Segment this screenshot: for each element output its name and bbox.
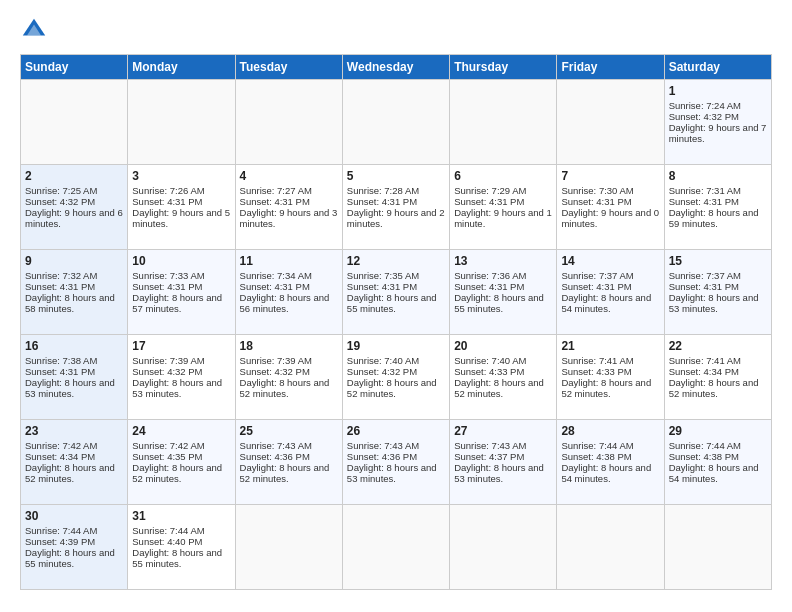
sunrise-text: Sunrise: 7:33 AM [132, 270, 204, 281]
calendar-page: Sunday Monday Tuesday Wednesday Thursday… [0, 0, 792, 612]
sunset-text: Sunset: 4:31 PM [454, 196, 524, 207]
sunset-text: Sunset: 4:31 PM [240, 196, 310, 207]
sunrise-text: Sunrise: 7:34 AM [240, 270, 312, 281]
sunrise-text: Sunrise: 7:24 AM [669, 100, 741, 111]
sunset-text: Sunset: 4:31 PM [454, 281, 524, 292]
calendar-cell: 22Sunrise: 7:41 AMSunset: 4:34 PMDayligh… [664, 335, 771, 420]
sunset-text: Sunset: 4:31 PM [669, 196, 739, 207]
sunrise-text: Sunrise: 7:41 AM [669, 355, 741, 366]
daylight-text: Daylight: 9 hours and 7 minutes. [669, 122, 767, 144]
sunrise-text: Sunrise: 7:43 AM [240, 440, 312, 451]
daylight-text: Daylight: 8 hours and 53 minutes. [25, 377, 115, 399]
calendar-cell [664, 505, 771, 590]
sunset-text: Sunset: 4:36 PM [347, 451, 417, 462]
daylight-text: Daylight: 8 hours and 52 minutes. [25, 462, 115, 484]
day-number: 7 [561, 169, 659, 183]
calendar-cell: 27Sunrise: 7:43 AMSunset: 4:37 PMDayligh… [450, 420, 557, 505]
day-number: 1 [669, 84, 767, 98]
calendar-cell: 31Sunrise: 7:44 AMSunset: 4:40 PMDayligh… [128, 505, 235, 590]
calendar-cell: 2Sunrise: 7:25 AMSunset: 4:32 PMDaylight… [21, 165, 128, 250]
day-number: 15 [669, 254, 767, 268]
calendar-cell [557, 505, 664, 590]
day-number: 8 [669, 169, 767, 183]
sunrise-text: Sunrise: 7:43 AM [347, 440, 419, 451]
calendar-cell: 26Sunrise: 7:43 AMSunset: 4:36 PMDayligh… [342, 420, 449, 505]
sunset-text: Sunset: 4:31 PM [240, 281, 310, 292]
calendar-cell: 4Sunrise: 7:27 AMSunset: 4:31 PMDaylight… [235, 165, 342, 250]
sunrise-text: Sunrise: 7:42 AM [25, 440, 97, 451]
sunset-text: Sunset: 4:34 PM [25, 451, 95, 462]
col-saturday: Saturday [664, 55, 771, 80]
calendar-cell: 7Sunrise: 7:30 AMSunset: 4:31 PMDaylight… [557, 165, 664, 250]
daylight-text: Daylight: 8 hours and 54 minutes. [561, 462, 651, 484]
sunset-text: Sunset: 4:32 PM [25, 196, 95, 207]
day-number: 11 [240, 254, 338, 268]
calendar-cell: 16Sunrise: 7:38 AMSunset: 4:31 PMDayligh… [21, 335, 128, 420]
calendar-cell: 12Sunrise: 7:35 AMSunset: 4:31 PMDayligh… [342, 250, 449, 335]
calendar-cell [557, 80, 664, 165]
day-number: 17 [132, 339, 230, 353]
sunrise-text: Sunrise: 7:26 AM [132, 185, 204, 196]
day-number: 29 [669, 424, 767, 438]
day-number: 19 [347, 339, 445, 353]
day-number: 5 [347, 169, 445, 183]
day-number: 28 [561, 424, 659, 438]
daylight-text: Daylight: 8 hours and 55 minutes. [132, 547, 222, 569]
sunrise-text: Sunrise: 7:28 AM [347, 185, 419, 196]
day-number: 22 [669, 339, 767, 353]
calendar-cell: 17Sunrise: 7:39 AMSunset: 4:32 PMDayligh… [128, 335, 235, 420]
header [20, 16, 772, 44]
day-number: 30 [25, 509, 123, 523]
sunset-text: Sunset: 4:32 PM [669, 111, 739, 122]
sunrise-text: Sunrise: 7:43 AM [454, 440, 526, 451]
day-number: 21 [561, 339, 659, 353]
sunrise-text: Sunrise: 7:39 AM [132, 355, 204, 366]
day-number: 3 [132, 169, 230, 183]
daylight-text: Daylight: 9 hours and 3 minutes. [240, 207, 338, 229]
calendar-cell: 28Sunrise: 7:44 AMSunset: 4:38 PMDayligh… [557, 420, 664, 505]
daylight-text: Daylight: 8 hours and 58 minutes. [25, 292, 115, 314]
day-number: 23 [25, 424, 123, 438]
day-number: 25 [240, 424, 338, 438]
sunset-text: Sunset: 4:31 PM [561, 281, 631, 292]
calendar-cell [235, 505, 342, 590]
calendar-header-row: Sunday Monday Tuesday Wednesday Thursday… [21, 55, 772, 80]
sunrise-text: Sunrise: 7:44 AM [132, 525, 204, 536]
sunset-text: Sunset: 4:39 PM [25, 536, 95, 547]
daylight-text: Daylight: 8 hours and 54 minutes. [669, 462, 759, 484]
daylight-text: Daylight: 8 hours and 53 minutes. [347, 462, 437, 484]
col-monday: Monday [128, 55, 235, 80]
calendar-week-row: 9Sunrise: 7:32 AMSunset: 4:31 PMDaylight… [21, 250, 772, 335]
calendar-cell [235, 80, 342, 165]
daylight-text: Daylight: 8 hours and 52 minutes. [240, 377, 330, 399]
sunrise-text: Sunrise: 7:44 AM [561, 440, 633, 451]
sunrise-text: Sunrise: 7:36 AM [454, 270, 526, 281]
sunrise-text: Sunrise: 7:25 AM [25, 185, 97, 196]
calendar-cell: 20Sunrise: 7:40 AMSunset: 4:33 PMDayligh… [450, 335, 557, 420]
sunrise-text: Sunrise: 7:29 AM [454, 185, 526, 196]
calendar-cell: 30Sunrise: 7:44 AMSunset: 4:39 PMDayligh… [21, 505, 128, 590]
sunrise-text: Sunrise: 7:40 AM [454, 355, 526, 366]
day-number: 20 [454, 339, 552, 353]
day-number: 14 [561, 254, 659, 268]
sunset-text: Sunset: 4:31 PM [25, 366, 95, 377]
sunset-text: Sunset: 4:33 PM [561, 366, 631, 377]
sunrise-text: Sunrise: 7:42 AM [132, 440, 204, 451]
col-wednesday: Wednesday [342, 55, 449, 80]
daylight-text: Daylight: 8 hours and 57 minutes. [132, 292, 222, 314]
calendar-cell: 23Sunrise: 7:42 AMSunset: 4:34 PMDayligh… [21, 420, 128, 505]
logo [20, 16, 52, 44]
calendar-cell: 11Sunrise: 7:34 AMSunset: 4:31 PMDayligh… [235, 250, 342, 335]
sunset-text: Sunset: 4:32 PM [347, 366, 417, 377]
calendar-cell: 25Sunrise: 7:43 AMSunset: 4:36 PMDayligh… [235, 420, 342, 505]
daylight-text: Daylight: 8 hours and 52 minutes. [347, 377, 437, 399]
calendar-cell: 3Sunrise: 7:26 AMSunset: 4:31 PMDaylight… [128, 165, 235, 250]
calendar-cell: 15Sunrise: 7:37 AMSunset: 4:31 PMDayligh… [664, 250, 771, 335]
daylight-text: Daylight: 8 hours and 55 minutes. [454, 292, 544, 314]
calendar-cell: 18Sunrise: 7:39 AMSunset: 4:32 PMDayligh… [235, 335, 342, 420]
sunrise-text: Sunrise: 7:39 AM [240, 355, 312, 366]
col-friday: Friday [557, 55, 664, 80]
sunrise-text: Sunrise: 7:44 AM [669, 440, 741, 451]
col-thursday: Thursday [450, 55, 557, 80]
day-number: 31 [132, 509, 230, 523]
